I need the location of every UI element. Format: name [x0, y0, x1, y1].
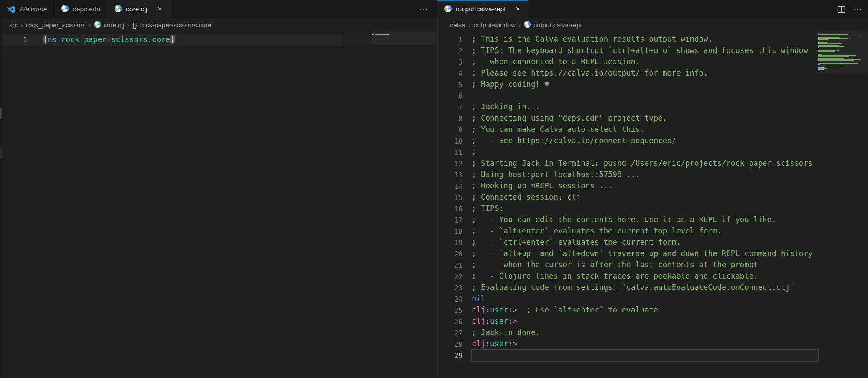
repl-minimap[interactable]	[818, 31, 868, 72]
minimap-slider[interactable]	[818, 31, 868, 73]
line-number: 15	[438, 194, 463, 202]
line-text: (ns rock-paper-scissors.core)	[43, 35, 175, 44]
breadcrumb-item-output-calva-repl[interactable]: output.calva-repl	[524, 21, 582, 29]
code-line: 12; Starting Jack-in Terminal: pushd /Us…	[438, 158, 868, 169]
token-teal: user	[490, 317, 508, 325]
code-line: 2; TIPS: The keyboard shortcut `ctrl+alt…	[438, 45, 868, 56]
line-text	[472, 350, 818, 361]
token-comment: ; This is the Calva evaluation results o…	[472, 35, 713, 43]
token-comment: ; Use `alt+enter` to evaluate	[526, 306, 658, 314]
left-editor-actions: ⋯	[418, 0, 431, 18]
breadcrumb-label: src	[9, 21, 18, 29]
line-number: 13	[438, 171, 463, 179]
line-text: ; Please see https://calva.io/output/ fo…	[472, 68, 818, 79]
token-keyword: nil	[472, 294, 485, 303]
tab-label: core.clj	[126, 5, 147, 13]
line-number: 19	[438, 239, 463, 247]
repl-output-editor[interactable]: 1; This is the Calva evaluation results …	[438, 31, 868, 361]
token-comment: ; Evaluating code from settings: 'calva.…	[472, 283, 794, 292]
breadcrumb-label: output-window	[473, 21, 516, 29]
line-number: 12	[438, 160, 463, 168]
code-line: 23; Evaluating code from settings: 'calv…	[438, 282, 868, 293]
left-editor[interactable]: 1(ns rock-paper-scissors.core)	[0, 31, 437, 45]
line-text: ; - `alt+up` and `alt+down` traverse up …	[472, 248, 818, 260]
line-text: ; - `ctrl+enter` evaluates the current f…	[472, 237, 818, 248]
left-editor-pane[interactable]: src›rock_paper_scissors›core.clj›{}rock-…	[0, 18, 437, 378]
code-line: 29	[438, 350, 868, 361]
token-comment: ; Hooking up nREPL sessions ...	[472, 181, 613, 190]
token-comment: ; - `alt+up` and `alt+down` traverse up …	[472, 249, 812, 258]
line-number: 25	[438, 306, 463, 315]
line-number: 1	[438, 36, 463, 44]
calva-icon	[444, 5, 452, 14]
code-line: 4; Please see https://calva.io/output/ f…	[438, 68, 868, 79]
token-comment: ; TIPS: The keyboard shortcut `ctrl+alt+…	[472, 46, 808, 55]
token-bracket: )	[170, 35, 174, 44]
tab-output-calva-repl[interactable]: output.calva-repl×	[437, 0, 529, 18]
line-text: clj:user:>	[472, 339, 818, 350]
breadcrumb-item-calva[interactable]: .calva	[448, 21, 465, 29]
left-editor-tabstrip: Welcomedeps.edncore.clj×	[0, 0, 437, 18]
more-actions-icon[interactable]: ⋯	[852, 4, 865, 14]
code-line: 25clj:user:> ; Use `alt+enter` to evalua…	[438, 305, 868, 316]
line-text: ; - `alt+enter` evaluates the current to…	[472, 226, 818, 237]
tab-deps-edn[interactable]: deps.edn	[54, 0, 108, 18]
token-comment: ; Happy coding! ♥	[472, 80, 549, 89]
token-keyword: ns	[47, 35, 56, 44]
code-line: 14; Hooking up nREPL sessions ...	[438, 181, 868, 192]
line-number: 5	[438, 81, 463, 89]
right-editor-tabstrip: output.calva-repl×	[437, 0, 868, 18]
edge-decoration	[0, 108, 2, 119]
breadcrumb-item-core-clj[interactable]: core.clj	[94, 21, 125, 29]
close-icon[interactable]: ×	[156, 5, 163, 13]
breadcrumb-item-output-window[interactable]: output-window	[473, 21, 516, 29]
calva-icon	[115, 5, 122, 14]
breadcrumb-item-src[interactable]: src	[9, 21, 18, 29]
right-editor-pane[interactable]: .calva›output-window›output.calva-repl 1…	[437, 18, 868, 378]
code-line: 5; Happy coding! ♥	[438, 79, 868, 90]
link-calva-output[interactable]: https://calva.io/output/	[531, 69, 640, 77]
breadcrumb-item-rock-paper-scissors[interactable]: rock_paper_scissors	[26, 21, 86, 29]
code-line: 17; - You can edit the contents here. Us…	[438, 214, 868, 226]
split-editor-icon[interactable]	[837, 6, 845, 13]
code-line: 1(ns rock-paper-scissors.core)	[0, 34, 437, 45]
token-comment: ;	[472, 148, 476, 156]
close-icon[interactable]: ×	[515, 5, 521, 13]
link-calva-connect-sequences[interactable]: https://calva.io/connect-sequences/	[517, 136, 676, 145]
line-number: 26	[438, 318, 463, 326]
breadcrumb-label: .calva	[448, 21, 465, 29]
token-comment: ; Connected session: clj	[472, 193, 581, 201]
token-teal: rock-paper-scissors.core	[61, 35, 170, 44]
line-text: ; Connected session: clj	[472, 192, 818, 203]
minimap-slider[interactable]	[372, 31, 437, 44]
tab-bar: Welcomedeps.edncore.clj× ⋯ output.calva-…	[0, 0, 868, 18]
line-text: ; Starting Jack-in Terminal: pushd /User…	[472, 158, 818, 169]
right-editor-actions: ⋯	[837, 0, 865, 18]
line-text: ; You can make Calva auto-select this.	[472, 124, 818, 135]
token-comment: ; - `ctrl+enter` evaluates the current f…	[472, 238, 681, 247]
breadcrumb: .calva›output-window›output.calva-repl	[438, 18, 868, 31]
line-number: 6	[438, 92, 463, 100]
breadcrumb-item-rock-paper-scissors-core[interactable]: {}rock-paper-scissors.core	[132, 21, 211, 29]
code-line: 10; - See https://calva.io/connect-seque…	[438, 135, 868, 147]
breadcrumb-label: output.calva-repl	[533, 21, 582, 29]
line-text: clj:user:> ; Use `alt+enter` to evaluate	[472, 305, 818, 316]
line-number: 4	[438, 69, 463, 78]
line-text: ; This is the Calva evaluation results o…	[472, 34, 818, 45]
line-number: 9	[438, 126, 463, 134]
token-comment: ; - `alt+enter` evaluates the current to…	[472, 227, 722, 235]
left-editor-minimap[interactable]	[372, 31, 437, 35]
calva-icon	[524, 21, 531, 29]
token-comment: ; when connected to a REPL session.	[472, 57, 640, 66]
line-number: 22	[438, 273, 463, 281]
tab-core-clj[interactable]: core.clj×	[108, 0, 170, 18]
code-line: 15; Connected session: clj	[438, 192, 868, 203]
tab-welcome[interactable]: Welcome	[0, 0, 54, 18]
breadcrumb-label: core.clj	[104, 21, 125, 29]
token-comment: for more info.	[640, 69, 708, 77]
line-number: 16	[438, 205, 463, 213]
code-line: 18; - `alt+enter` evaluates the current …	[438, 226, 868, 237]
code-line: 19; - `ctrl+enter` evaluates the current…	[438, 237, 868, 248]
more-actions-icon[interactable]: ⋯	[418, 4, 431, 14]
token-pink: :>	[508, 306, 517, 314]
